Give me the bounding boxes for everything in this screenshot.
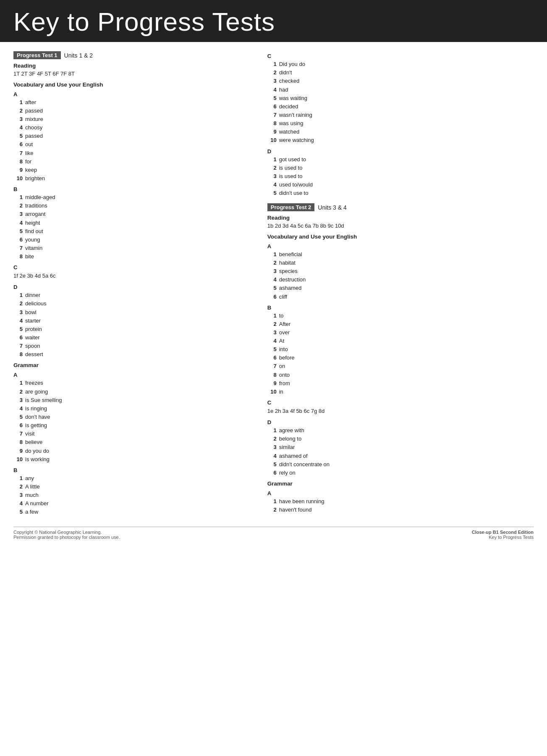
vocab-2-d-label: D	[267, 419, 534, 425]
list-item: 4starter	[13, 317, 255, 325]
progress-test-2-badge: Progress Test 2	[267, 203, 315, 211]
list-item: 1dinner	[13, 291, 255, 299]
reading-answers-1: 1T 2T 3F 4F 5T 6F 7F 8T	[13, 70, 255, 78]
progress-test-1-header: Progress Test 1 Units 1 & 2	[13, 51, 255, 59]
vocab-1-d-list: 1dinner2delicious3bowl4starter5protein6w…	[13, 291, 255, 359]
list-item: 2After	[267, 320, 534, 328]
vocab-2-c-label: C	[267, 399, 534, 406]
progress-test-2-header: Progress Test 2 Units 3 & 4	[267, 203, 534, 211]
vocab-2-c-inline: 1e 2h 3a 4f 5b 6c 7g 8d	[267, 407, 534, 416]
main-content: Progress Test 1 Units 1 & 2 Reading 1T 2…	[0, 42, 547, 522]
grammar-1-a-list: 1freezes2are going3is Sue smelling4is ri…	[13, 379, 255, 463]
list-item: 4destruction	[267, 276, 534, 284]
list-item: 5didn't use to	[267, 189, 534, 197]
reading-title-2: Reading	[267, 215, 534, 221]
list-item: 3mixture	[13, 115, 255, 123]
footer-section: Key to Progress Tests	[472, 535, 534, 540]
progress-test-1-badge: Progress Test 1	[13, 51, 61, 59]
list-item: 5protein	[13, 325, 255, 333]
page-title: Key to Progress Tests	[13, 8, 534, 36]
list-item: 2didn't	[267, 68, 534, 77]
grammar-1-a-label: A	[13, 372, 255, 378]
list-item: 4is ringing	[13, 404, 255, 413]
vocab-1-c-inline: 1f 2e 3b 4d 5a 6c	[13, 271, 255, 281]
grammar-section-1: Grammar A 1freezes2are going3is Sue smel…	[13, 362, 255, 516]
list-item: 5passed	[13, 132, 255, 140]
list-item: 1have been running	[267, 497, 534, 506]
vocab-2-a-list: 1beneficial2habitat3species4destruction5…	[267, 250, 534, 301]
left-column: Progress Test 1 Units 1 & 2 Reading 1T 2…	[13, 50, 263, 518]
list-item: 8onto	[267, 371, 534, 379]
list-item: 8dessert	[13, 350, 255, 359]
footer-left: Copyright © National Geographic Learning…	[13, 530, 120, 540]
list-item: 2habitat	[267, 259, 534, 267]
reading-section-2: Reading 1b 2d 3d 4a 5c 6a 7b 8b 9c 10d	[267, 215, 534, 230]
list-item: 10in	[267, 388, 534, 396]
progress-test-1-units: Units 1 & 2	[64, 52, 93, 59]
grammar-1-b-list: 1any2A little3much4A number5a few	[13, 474, 255, 517]
list-item: 7on	[267, 362, 534, 370]
list-item: 2passed	[13, 107, 255, 115]
list-item: 3over	[267, 328, 534, 337]
list-item: 5a few	[13, 508, 255, 516]
list-item: 5find out	[13, 227, 255, 236]
grammar-1-c-section: C 1Did you do2didn't3checked4had5was wai…	[267, 53, 534, 144]
list-item: 1after	[13, 98, 255, 107]
list-item: 2haven't found	[267, 506, 534, 514]
list-item: 4At	[267, 337, 534, 345]
list-item: 9watched	[267, 128, 534, 136]
list-item: 8for	[13, 158, 255, 166]
grammar-section-2: Grammar A 1have been running2haven't fou…	[267, 480, 534, 514]
list-item: 7vitamin	[13, 244, 255, 252]
list-item: 3checked	[267, 77, 534, 85]
list-item: 7visit	[13, 430, 255, 438]
vocab-1-c-label: C	[13, 264, 255, 270]
vocab-title-1: Vocabulary and Use your English	[13, 81, 255, 88]
grammar-1-d-label: D	[267, 148, 534, 155]
reading-section-1: Reading 1T 2T 3F 4F 5T 6F 7F 8T	[13, 63, 255, 78]
list-item: 3much	[13, 491, 255, 499]
vocab-2-d-list: 1agree with2belong to3similar4ashamed of…	[267, 426, 534, 477]
list-item: 9do you do	[13, 447, 255, 455]
list-item: 6decided	[267, 102, 534, 111]
list-item: 1Did you do	[267, 60, 534, 68]
reading-title-1: Reading	[13, 63, 255, 69]
list-item: 4A number	[13, 499, 255, 508]
footer-book-title: Close-up B1 Second Edition	[472, 530, 534, 535]
list-item: 10were watching	[267, 136, 534, 144]
page-header: Key to Progress Tests	[0, 0, 547, 42]
list-item: 6is getting	[13, 421, 255, 430]
list-item: 3bowl	[13, 308, 255, 317]
vocab-title-2: Vocabulary and Use your English	[267, 234, 534, 240]
vocab-1-b-list: 1middle-aged2traditions3arrogant4height5…	[13, 193, 255, 261]
vocab-1-a-label: A	[13, 91, 255, 97]
list-item: 8was using	[267, 119, 534, 128]
footer-copyright: Copyright © National Geographic Learning…	[13, 530, 120, 535]
reading-answers-2: 1b 2d 3d 4a 5c 6a 7b 8b 9c 10d	[267, 222, 534, 230]
list-item: 2is used to	[267, 164, 534, 172]
grammar-1-b-label: B	[13, 467, 255, 473]
list-item: 7spoon	[13, 342, 255, 350]
vocab-1-a-list: 1after2passed3mixture4choosy5passed6out7…	[13, 98, 255, 183]
list-item: 3species	[267, 267, 534, 276]
list-item: 6waiter	[13, 333, 255, 342]
grammar-1-c-list: 1Did you do2didn't3checked4had5was waiti…	[267, 60, 534, 144]
list-item: 4height	[13, 219, 255, 227]
grammar-2-a-label: A	[267, 490, 534, 496]
list-item: 1agree with	[267, 426, 534, 435]
list-item: 6cliff	[267, 293, 534, 301]
list-item: 10is working	[13, 455, 255, 464]
right-column: C 1Did you do2didn't3checked4had5was wai…	[263, 50, 534, 518]
list-item: 7like	[13, 149, 255, 158]
list-item: 1got used to	[267, 155, 534, 164]
page-footer: Copyright © National Geographic Learning…	[13, 527, 534, 540]
vocab-1-d-label: D	[13, 284, 255, 290]
list-item: 5ashamed	[267, 284, 534, 292]
list-item: 8bite	[13, 252, 255, 261]
vocab-2-a-label: A	[267, 243, 534, 249]
list-item: 3is Sue smelling	[13, 396, 255, 404]
vocab-2-b-label: B	[267, 304, 534, 311]
list-item: 9keep	[13, 166, 255, 174]
list-item: 4choosy	[13, 123, 255, 132]
list-item: 3is used to	[267, 172, 534, 181]
